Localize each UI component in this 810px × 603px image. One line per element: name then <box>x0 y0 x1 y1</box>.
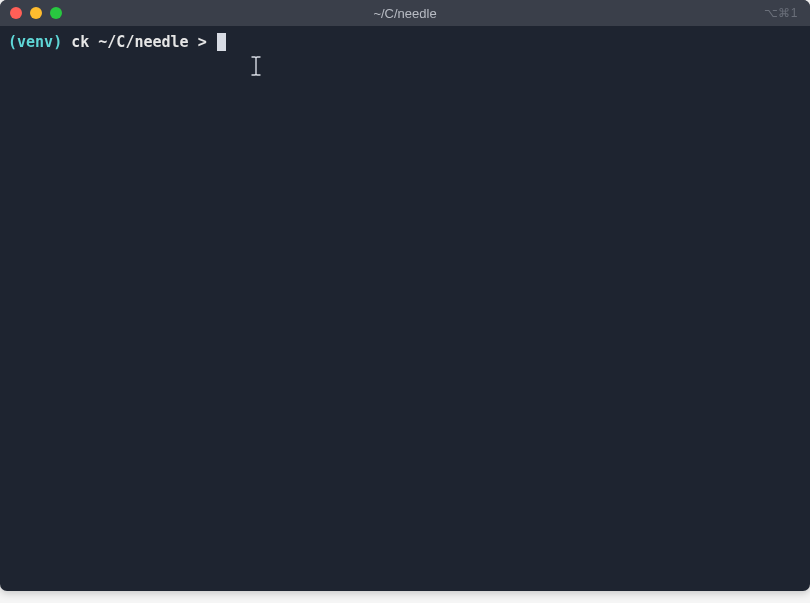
prompt-symbol: > <box>189 32 216 52</box>
close-button[interactable] <box>10 7 22 19</box>
prompt-path: ~/C/needle <box>89 32 188 52</box>
prompt-user: ck <box>62 32 89 52</box>
titlebar: ~/C/needle ⌥⌘1 <box>0 0 810 26</box>
window-title: ~/C/needle <box>373 6 436 21</box>
prompt-line: (venv) ck ~/C/needle > <box>8 32 802 52</box>
traffic-lights <box>10 7 62 19</box>
terminal-cursor <box>217 33 226 51</box>
venv-label: (venv) <box>8 32 62 52</box>
session-indicator: ⌥⌘1 <box>764 6 798 20</box>
terminal-window: ~/C/needle ⌥⌘1 (venv) ck ~/C/needle > <box>0 0 810 591</box>
terminal-body[interactable]: (venv) ck ~/C/needle > <box>0 26 810 591</box>
ibeam-cursor-icon <box>249 56 263 76</box>
maximize-button[interactable] <box>50 7 62 19</box>
minimize-button[interactable] <box>30 7 42 19</box>
